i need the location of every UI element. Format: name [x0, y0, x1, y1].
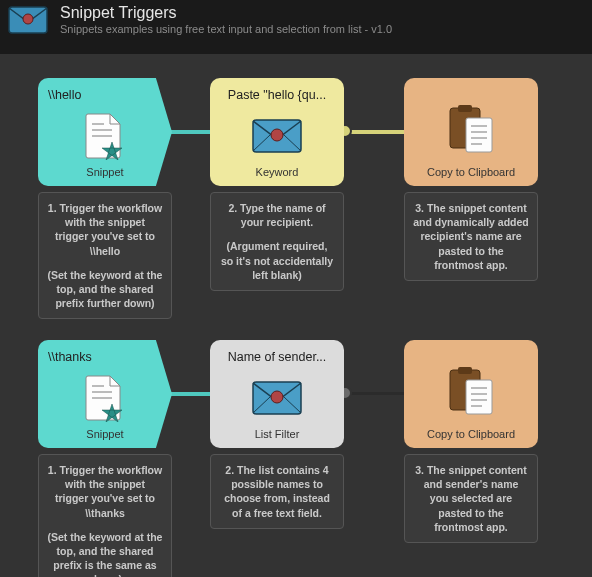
page-title: Snippet Triggers — [60, 4, 392, 22]
svg-point-20 — [271, 391, 283, 403]
keyword-node[interactable]: Paste "hello {qu... Keyword — [210, 78, 344, 186]
svg-point-1 — [23, 14, 33, 24]
node-type-label: List Filter — [255, 428, 300, 440]
copy-to-clipboard-node[interactable]: Copy to Clipboard — [404, 340, 538, 448]
svg-rect-23 — [466, 380, 492, 414]
node-title: Name of sender... — [216, 350, 338, 364]
workflow-icon — [8, 5, 48, 35]
node-column: Name of sender... List Filter 2. The lis… — [210, 340, 344, 529]
node-column: \\hello Snippet 1. Trigger the workflow … — [38, 78, 172, 319]
node-column: Paste "hello {qu... Keyword 2. Type the … — [210, 78, 344, 291]
node-type-label: Copy to Clipboard — [427, 428, 515, 440]
node-title: \\hello — [44, 88, 166, 102]
snippet-trigger-node[interactable]: \\hello Snippet — [38, 78, 172, 186]
node-column: Copy to Clipboard 3. The snippet content… — [404, 340, 538, 543]
node-title: Paste "hello {qu... — [216, 88, 338, 102]
node-title: \\thanks — [44, 350, 166, 364]
snippet-file-icon — [82, 368, 128, 428]
header: Snippet Triggers Snippets examples using… — [0, 0, 592, 45]
svg-point-7 — [271, 129, 283, 141]
envelope-icon — [252, 368, 302, 428]
node-description: 1. Trigger the workflow with the snippet… — [38, 454, 172, 577]
clipboard-icon — [446, 92, 496, 166]
snippet-trigger-node[interactable]: \\thanks Snippet — [38, 340, 172, 448]
node-description: 3. The snippet content and sender's name… — [404, 454, 538, 543]
node-type-label: Snippet — [86, 166, 123, 178]
page-subtitle: Snippets examples using free text input … — [60, 23, 392, 35]
node-column: \\thanks Snippet 1. Trigger the workflow… — [38, 340, 172, 577]
node-type-label: Copy to Clipboard — [427, 166, 515, 178]
list-filter-node[interactable]: Name of sender... List Filter — [210, 340, 344, 448]
copy-to-clipboard-node[interactable]: Copy to Clipboard — [404, 78, 538, 186]
node-description: 2. Type the name of your recipient. (Arg… — [210, 192, 344, 291]
node-description: 3. The snippet content and dynamically a… — [404, 192, 538, 281]
workflow-canvas[interactable]: \\hello Snippet 1. Trigger the workflow … — [0, 54, 592, 577]
svg-rect-10 — [466, 118, 492, 152]
node-column: Copy to Clipboard 3. The snippet content… — [404, 78, 538, 281]
svg-rect-9 — [458, 105, 472, 112]
node-description: 2. The list contains 4 possible names to… — [210, 454, 344, 529]
node-description: 1. Trigger the workflow with the snippet… — [38, 192, 172, 319]
envelope-icon — [252, 106, 302, 166]
svg-rect-22 — [458, 367, 472, 374]
snippet-file-icon — [82, 106, 128, 166]
node-type-label: Snippet — [86, 428, 123, 440]
node-type-label: Keyword — [256, 166, 299, 178]
clipboard-icon — [446, 354, 496, 428]
